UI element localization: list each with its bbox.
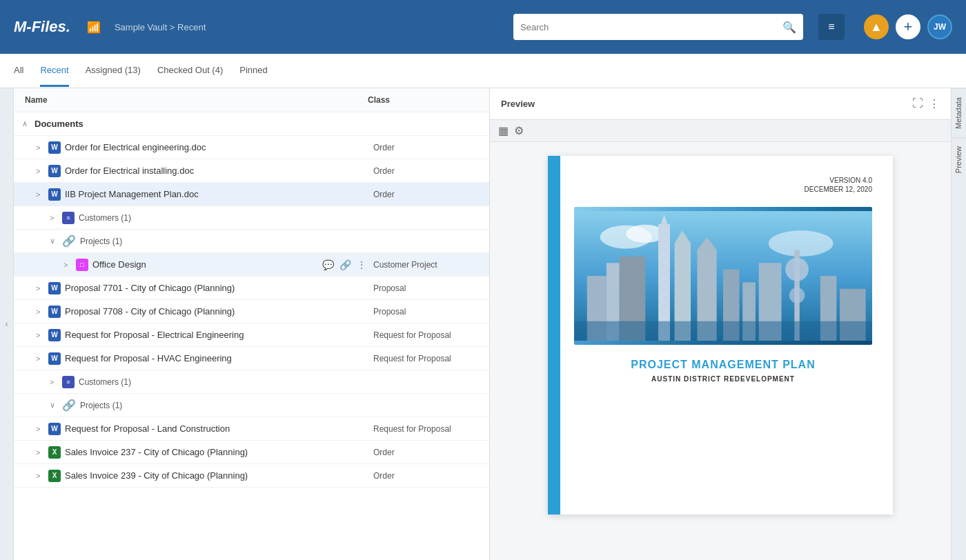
chevron-documents[interactable]: ∧	[22, 119, 32, 128]
chevron-icon[interactable]: >	[36, 331, 46, 339]
tab-checked-out[interactable]: Checked Out (4)	[157, 55, 223, 87]
file-class-label: Customer Project	[373, 260, 484, 270]
list-item[interactable]: > ≡ Customers (1)	[14, 206, 489, 230]
file-class-label: Proposal	[373, 283, 484, 293]
user-avatar[interactable]: JW	[927, 14, 952, 39]
file-class-label: Order	[373, 190, 484, 199]
file-name-label: Office Design	[92, 259, 321, 270]
file-pane: Name Class ∧ Documents > W Order for Ele…	[14, 88, 490, 560]
doc-content: VERSION 4.0 DECEMBER 12, 2020	[560, 156, 893, 514]
chevron-icon[interactable]: >	[36, 354, 46, 363]
word-icon: W	[48, 164, 61, 177]
preview-content: VERSION 4.0 DECEMBER 12, 2020	[490, 142, 951, 560]
filter-button[interactable]: ≡	[818, 14, 845, 40]
list-item[interactable]: > W IIB Project Management Plan.doc Orde…	[14, 183, 489, 206]
customers-icon: ≡	[62, 211, 75, 224]
svg-rect-21	[574, 321, 872, 341]
list-item[interactable]: > W Proposal 7708 - City of Chicago (Pla…	[14, 300, 489, 323]
file-name-label: Projects (1)	[80, 237, 484, 246]
more-options-button[interactable]: ⋮	[929, 97, 940, 110]
list-item[interactable]: > W Request for Proposal - Land Construc…	[14, 417, 489, 441]
file-class-label: Order	[373, 166, 484, 176]
search-bar: 🔍	[513, 14, 803, 40]
chevron-icon[interactable]: >	[36, 425, 46, 433]
list-item[interactable]: > W Request for Proposal - HVAC Engineer…	[14, 347, 489, 370]
notification-button[interactable]: ▲	[864, 14, 889, 39]
chevron-icon[interactable]: ∨	[50, 237, 59, 246]
file-class-label: Proposal	[373, 307, 484, 317]
chevron-icon[interactable]: >	[50, 214, 59, 222]
filter-icon: ≡	[828, 21, 834, 33]
preview-pane: Preview ⛶ ⋮ ▦ ⚙ VERSION 4.0 DECEMBER 12,…	[490, 88, 951, 560]
svg-point-3	[769, 230, 834, 257]
chevron-icon[interactable]: >	[36, 143, 46, 152]
preview-tab[interactable]: Preview	[952, 137, 966, 181]
list-item[interactable]: > □ Office Design 💬 🔗 ⋮ Customer Project	[14, 253, 489, 277]
list-item[interactable]: > W Order for Electrical installing.doc …	[14, 159, 489, 183]
chevron-icon[interactable]: >	[50, 378, 59, 386]
group-documents[interactable]: ∧ Documents	[14, 112, 489, 136]
chevron-icon[interactable]: ∨	[50, 401, 59, 410]
chevron-icon[interactable]: >	[36, 167, 46, 175]
layout-toggle-button[interactable]: ▦	[498, 124, 509, 137]
customers-icon: ≡	[62, 375, 75, 388]
list-item[interactable]: > ≡ Customers (1)	[14, 370, 489, 394]
tab-pinned[interactable]: Pinned	[239, 55, 267, 87]
file-name-label: Customers (1)	[79, 377, 484, 387]
list-item[interactable]: > X Sales Invoice 237 - City of Chicago …	[14, 441, 489, 464]
add-button[interactable]: +	[896, 14, 920, 39]
file-name-label: Sales Invoice 239 - City of Chicago (Pla…	[65, 470, 373, 481]
header-actions: ▲ + JW	[864, 14, 952, 39]
file-name-label: Projects (1)	[80, 401, 484, 410]
fullscreen-button[interactable]: ⛶	[912, 97, 923, 110]
svg-point-17	[785, 258, 809, 281]
file-class-label: Request for Proposal	[373, 330, 484, 340]
more-action[interactable]: ⋮	[355, 258, 368, 272]
comment-action[interactable]: 💬	[321, 258, 335, 272]
col-class-header: Class	[368, 95, 478, 105]
collapse-handle[interactable]: ‹	[0, 88, 14, 560]
tab-all[interactable]: All	[14, 55, 23, 87]
tab-recent[interactable]: Recent	[40, 55, 68, 87]
row-actions: 💬 🔗 ⋮	[321, 258, 368, 272]
projects-icon: 🔗	[62, 234, 76, 248]
list-item[interactable]: > W Request for Proposal - Electrical En…	[14, 323, 489, 347]
file-name-label: Sales Invoice 237 - City of Chicago (Pla…	[65, 447, 373, 457]
chevron-icon[interactable]: >	[36, 190, 46, 199]
preview-toolbar: ▦ ⚙	[490, 120, 951, 142]
file-list: ∧ Documents > W Order for Electrical eng…	[14, 112, 489, 560]
list-item[interactable]: ∨ 🔗 Projects (1)	[14, 394, 489, 417]
doc-date: DECEMBER 12, 2020	[574, 186, 872, 193]
word-icon: W	[48, 305, 61, 318]
file-name-label: Request for Proposal - Land Construction	[65, 423, 373, 434]
doc-blue-bar	[548, 156, 560, 514]
chevron-icon[interactable]: >	[63, 261, 73, 269]
excel-icon: X	[48, 469, 61, 482]
chevron-icon[interactable]: >	[36, 448, 46, 457]
search-input[interactable]	[520, 22, 782, 32]
list-item[interactable]: > W Proposal 7701 - City of Chicago (Pla…	[14, 277, 489, 300]
file-class-label: Order	[373, 471, 484, 481]
doc-subtitle: AUSTIN DISTRICT REDEVELOPMENT	[574, 375, 872, 383]
chevron-icon[interactable]: >	[36, 308, 46, 316]
file-class-label: Order	[373, 448, 484, 457]
file-name-label: Proposal 7708 - City of Chicago (Plannin…	[65, 306, 373, 317]
list-item[interactable]: > W Order for Electrical engineering.doc…	[14, 136, 489, 159]
list-item[interactable]: > X Sales Invoice 239 - City of Chicago …	[14, 464, 489, 488]
word-icon: W	[48, 188, 61, 201]
breadcrumb: Sample Vault > Recent	[115, 22, 206, 32]
skyline-svg	[574, 207, 872, 345]
link-action[interactable]: 🔗	[338, 258, 353, 272]
file-name-label: Request for Proposal - Electrical Engine…	[65, 330, 373, 340]
main-content: ‹ Name Class ∧ Documents > W Order for E…	[0, 88, 966, 560]
settings-button[interactable]: ⚙	[514, 124, 524, 137]
file-class-label: Request for Proposal	[373, 354, 484, 363]
list-item[interactable]: ∨ 🔗 Projects (1)	[14, 230, 489, 253]
metadata-tab[interactable]: Metadata	[952, 88, 966, 137]
projects-icon: 🔗	[62, 399, 76, 412]
file-class-label: Order	[373, 143, 484, 152]
tab-assigned[interactable]: Assigned (13)	[86, 55, 141, 87]
word-icon: W	[48, 352, 61, 365]
chevron-icon[interactable]: >	[36, 284, 46, 292]
chevron-icon[interactable]: >	[36, 472, 46, 480]
